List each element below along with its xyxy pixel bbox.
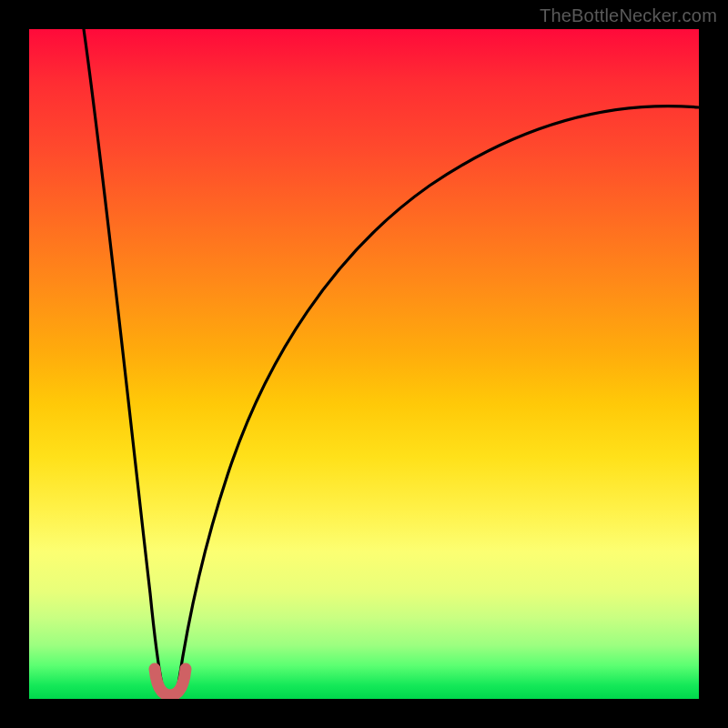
curves-svg bbox=[29, 29, 699, 699]
plot-area bbox=[29, 29, 699, 699]
valley-marker bbox=[155, 669, 186, 695]
watermark-text: TheBottleNecker.com bbox=[540, 5, 717, 26]
chart-frame: TheBottleNecker.com bbox=[0, 0, 728, 728]
left-curve bbox=[84, 29, 162, 684]
right-curve bbox=[178, 106, 699, 684]
